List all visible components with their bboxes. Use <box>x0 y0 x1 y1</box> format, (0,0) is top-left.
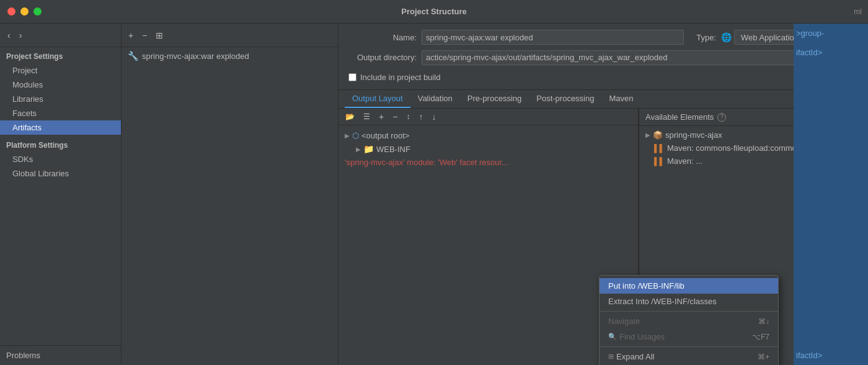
problems-section: Problems <box>0 345 121 365</box>
tree-btn-remove[interactable]: − <box>389 110 401 124</box>
output-panel: 📂 ☰ + − ↕ ↑ ↓ ▶ ⬡ <output root> <box>339 109 868 365</box>
expand-icon: ⊞ <box>608 353 614 361</box>
sidebar-item-libraries[interactable]: Libraries <box>0 92 121 106</box>
right-extra-line-1: >group- <box>794 24 868 43</box>
window-title: Project Structure <box>401 7 466 16</box>
sidebar-item-global-libraries[interactable]: Global Libraries <box>0 166 121 181</box>
tab-validation[interactable]: Validation <box>410 90 460 108</box>
output-dir-label: Output directory: <box>348 53 417 62</box>
problems-label[interactable]: Problems <box>6 351 40 360</box>
tab-pre-processing[interactable]: Pre-processing <box>460 90 529 108</box>
remove-artifact-button[interactable]: − <box>139 29 150 42</box>
folder-icon: 📁 <box>363 144 374 154</box>
nav-forward-button[interactable]: › <box>17 29 25 42</box>
type-label: Type: <box>696 33 716 42</box>
right-extra-spacer <box>794 62 868 346</box>
close-button[interactable] <box>7 7 16 16</box>
titlebar: Project Structure ml <box>0 0 868 24</box>
tree-btn-down[interactable]: ↓ <box>428 110 439 124</box>
tree-item-output-root[interactable]: ▶ ⬡ <output root> <box>339 129 638 142</box>
sidebar-item-project[interactable]: Project <box>0 63 121 78</box>
output-dir-input[interactable] <box>422 50 837 65</box>
ctx-separator-1 <box>600 311 778 312</box>
ctx-expand-all[interactable]: ⊞ Expand All ⌘+ <box>600 349 778 364</box>
ctx-put-into-lib[interactable]: Put into /WEB-INF/lib <box>600 278 778 294</box>
chevron-spring-icon: ▶ <box>645 132 650 138</box>
sidebar-item-facets[interactable]: Facets <box>0 106 121 120</box>
right-extra-line-3: ifactId> <box>794 346 868 365</box>
spring-group-icon: 📦 <box>653 130 663 140</box>
top-bar-right-text: ml <box>854 7 862 16</box>
tree-item-web-inf[interactable]: ▶ 📁 WEB-INF <box>339 142 638 156</box>
tree-btn-list[interactable]: ☰ <box>360 110 373 123</box>
include-in-build-checkbox[interactable] <box>348 73 356 81</box>
main-content: ‹ › Project Settings Project Modules Lib… <box>0 24 868 365</box>
ctx-find-usages: 🔍 Find Usages ⌥F7 <box>600 329 778 345</box>
available-title: Available Elements <box>645 112 714 122</box>
search-icon: 🔍 <box>608 333 617 341</box>
ctx-navigate: Navigate ⌘↓ <box>600 313 778 329</box>
tree-btn-up[interactable]: ↑ <box>415 110 426 124</box>
name-field-row: Name: Type: 🌐 Web Application: Exploded <box>348 30 858 45</box>
ctx-extract-into-classes[interactable]: Extract Into /WEB-INF/classes <box>600 294 778 309</box>
tree-toolbar: 📂 ☰ + − ↕ ↑ ↓ <box>339 109 638 125</box>
tree-btn-add[interactable]: + <box>376 110 387 124</box>
artifact-label: spring-mvc-ajax:war exploded <box>142 52 249 61</box>
output-dir-row: Output directory: ⋯ <box>348 50 858 65</box>
sidebar-toolbar: ‹ › <box>0 24 121 47</box>
sidebar-item-artifacts[interactable]: Artifacts <box>0 120 121 135</box>
include-in-build-row: Include in project build <box>348 70 858 86</box>
sidebar: ‹ › Project Settings Project Modules Lib… <box>0 24 122 365</box>
middle-toolbar: + − ⊞ <box>122 24 338 47</box>
tabs-bar: Output Layout Validation Pre-processing … <box>339 90 868 109</box>
sidebar-item-sdks[interactable]: SDKs <box>0 152 121 166</box>
minimize-button[interactable] <box>20 7 29 16</box>
tree-btn-sort[interactable]: ↕ <box>403 110 413 123</box>
add-artifact-button[interactable]: + <box>125 29 136 42</box>
chevron-icon-2: ▶ <box>356 146 361 153</box>
tab-maven[interactable]: Maven <box>601 90 640 108</box>
tab-output-layout[interactable]: Output Layout <box>345 90 410 108</box>
platform-settings-header: Platform Settings <box>0 135 121 152</box>
include-in-build-label: Include in project build <box>360 73 440 82</box>
nav-back-button[interactable]: ‹ <box>5 29 13 42</box>
output-root-icon: ⬡ <box>352 131 359 140</box>
tab-post-processing[interactable]: Post-processing <box>529 90 601 108</box>
artifact-item[interactable]: 🔧 spring-mvc-ajax:war exploded <box>122 47 338 65</box>
output-tree: ▶ ⬡ <output root> ▶ 📁 WEB-INF 'spring-mv… <box>339 125 638 365</box>
artifact-icon: 🔧 <box>128 51 138 61</box>
right-extra-panel: >group- ifactId> ifactId> <box>794 24 868 365</box>
titlebar-buttons <box>7 7 42 16</box>
maven-icon-2: ▌▌ <box>654 157 665 166</box>
right-extra-line-2: ifactId> <box>794 43 868 62</box>
chevron-icon: ▶ <box>345 132 350 139</box>
help-icon[interactable]: ? <box>717 113 726 122</box>
maximize-button[interactable] <box>33 7 42 16</box>
tree-btn-folder[interactable]: 📂 <box>342 110 358 123</box>
middle-panel: + − ⊞ 🔧 spring-mvc-ajax:war exploded <box>122 24 339 365</box>
tree-side: 📂 ☰ + − ↕ ↑ ↓ ▶ ⬡ <output root> <box>339 109 639 365</box>
right-panel: Name: Type: 🌐 Web Application: Exploded … <box>339 24 868 365</box>
right-panel-header: Name: Type: 🌐 Web Application: Exploded … <box>339 24 868 90</box>
sidebar-item-modules[interactable]: Modules <box>0 78 121 92</box>
name-label: Name: <box>348 33 417 42</box>
ctx-separator-2 <box>600 346 778 347</box>
window: Project Structure ml ‹ › Project Setting… <box>0 0 868 365</box>
project-settings-header: Project Settings <box>0 47 121 63</box>
type-icon: 🌐 <box>721 32 732 42</box>
maven-icon-1: ▌▌ <box>654 144 665 153</box>
name-input[interactable] <box>422 30 684 45</box>
copy-artifact-button[interactable]: ⊞ <box>153 29 166 42</box>
tree-item-error[interactable]: 'spring-mvc-ajax' module: 'Web' facet re… <box>339 156 638 169</box>
context-menu: Put into /WEB-INF/lib Extract Into /WEB-… <box>599 275 779 365</box>
